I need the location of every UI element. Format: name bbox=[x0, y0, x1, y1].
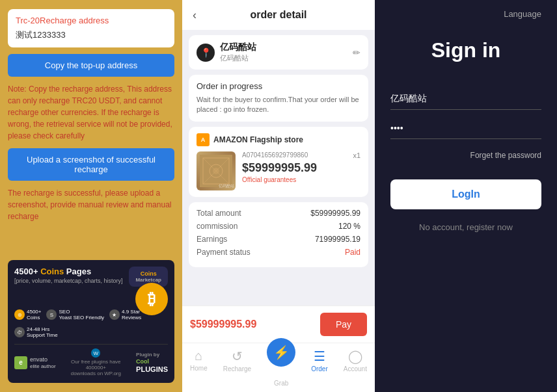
order-header: ‹ order detail bbox=[182, 0, 375, 30]
nav-recharge[interactable]: ↺ Recharge bbox=[223, 348, 251, 387]
wp-text: W Our free plugins have400000+downloads … bbox=[71, 348, 121, 376]
login-button[interactable]: LogIn bbox=[390, 179, 541, 209]
username-group bbox=[390, 88, 541, 110]
address-box: Trc-20Recharge address 测试1233333 bbox=[8, 9, 174, 47]
success-note: The recharge is successful, please uploa… bbox=[8, 187, 174, 222]
language-button[interactable]: Language bbox=[390, 0, 541, 19]
banner-subtitle: [price, volume, marketcap, charts, histo… bbox=[14, 278, 123, 284]
order-label: Order bbox=[311, 365, 328, 372]
product-card: A AMAZON Flagship store bbox=[189, 127, 368, 197]
register-link[interactable]: No account, register now bbox=[390, 222, 541, 232]
order-title: order detail bbox=[250, 9, 306, 21]
stat-coins: ⊛ 4500+Coins bbox=[14, 309, 41, 321]
summary-commission-row: commission 120 % bbox=[197, 222, 360, 231]
product-image: 亿码酷站 bbox=[197, 151, 236, 190]
order-icon: ☰ bbox=[314, 348, 325, 364]
footer-total: $59999995.99 bbox=[190, 319, 256, 330]
product-body: 亿码酷站 A07041656929799860 $59999995.99 Off… bbox=[197, 151, 360, 190]
order-footer: $59999995.99 Pay bbox=[182, 306, 375, 343]
copy-address-button[interactable]: Copy the top-up address bbox=[8, 54, 174, 77]
grab-icon: ⚡ bbox=[273, 345, 290, 360]
payment-value: Paid bbox=[345, 248, 360, 257]
summary-earnings-row: Earnings 71999995.19 bbox=[197, 235, 360, 244]
recharge-panel: Trc-20Recharge address 测试1233333 Copy th… bbox=[0, 0, 182, 392]
commission-value: 120 % bbox=[338, 222, 360, 231]
support-icon: ⏱ bbox=[14, 327, 25, 337]
pay-button[interactable]: Pay bbox=[320, 313, 367, 336]
nav-order[interactable]: ☰ Order bbox=[311, 348, 328, 387]
product-header: A AMAZON Flagship store bbox=[197, 133, 360, 146]
payment-label: Payment status bbox=[197, 248, 251, 257]
grab-button[interactable]: ⚡ bbox=[267, 338, 295, 367]
back-button[interactable]: ‹ bbox=[193, 8, 197, 22]
password-group bbox=[390, 118, 541, 139]
order-status-desc: Wait for the buyer to confirm.That your … bbox=[197, 95, 360, 115]
recharge-label: Recharge bbox=[223, 365, 251, 372]
star-icon: ★ bbox=[109, 309, 120, 320]
nav-grab[interactable]: ⚡ Grab bbox=[267, 348, 295, 387]
store-sub: 亿码酷站 bbox=[220, 53, 256, 63]
forget-password-link[interactable]: Forget the password bbox=[390, 151, 541, 160]
coins-icon: ⊛ bbox=[14, 309, 25, 320]
svg-point-5 bbox=[213, 168, 219, 174]
summary-total-row: Total amount $59999995.99 bbox=[197, 209, 360, 218]
username-input[interactable] bbox=[390, 88, 541, 110]
pin-icon: 📍 bbox=[197, 44, 215, 62]
banner-top: 4500+ Coins Pages [price, volume, market… bbox=[14, 267, 168, 284]
account-label: Account bbox=[344, 365, 367, 372]
account-icon: ◯ bbox=[348, 348, 362, 364]
summary-payment-row: Payment status Paid bbox=[197, 248, 360, 257]
banner-footer: e envatoelite author W Our free plugins … bbox=[14, 344, 168, 376]
product-qty: x1 bbox=[353, 151, 360, 159]
recharge-note: Note: Copy the recharge address, This ad… bbox=[8, 83, 174, 142]
banner-title: 4500+ Coins Pages bbox=[14, 267, 123, 276]
product-guarantee: Official guarantees bbox=[242, 176, 346, 183]
summary-card: Total amount $59999995.99 commission 120… bbox=[189, 202, 368, 267]
coolplugins-text: Plugin by Cool PLUGINS bbox=[136, 351, 168, 374]
earnings-value: 71999995.19 bbox=[315, 235, 360, 244]
signin-panel: Language Sign in Forget the password Log… bbox=[375, 0, 557, 392]
total-label: Total amount bbox=[197, 209, 241, 218]
stat-support: ⏱ 24-48 HrsSupport Time bbox=[14, 326, 58, 339]
store-name: 亿码酷站 bbox=[220, 42, 256, 53]
address-value: 测试1233333 bbox=[16, 29, 167, 41]
home-icon: ⌂ bbox=[195, 348, 202, 363]
store-name-area: 亿码酷站 亿码酷站 bbox=[220, 42, 256, 63]
amazon-store-name: AMAZON Flagship store bbox=[213, 135, 303, 144]
order-body: 📍 亿码酷站 亿码酷站 ✏ Order in progress Wait for… bbox=[182, 30, 375, 306]
nav-account[interactable]: ◯ Account bbox=[344, 348, 367, 387]
stat-seo-label: SEOYoast SEO Friendly bbox=[59, 309, 104, 321]
envato-text: envatoelite author bbox=[30, 356, 56, 369]
home-label: Home bbox=[190, 365, 208, 372]
edit-icon[interactable]: ✏ bbox=[353, 47, 360, 58]
envato-icon: e bbox=[14, 356, 27, 369]
banner-title-area: 4500+ Coins Pages [price, volume, market… bbox=[14, 267, 123, 284]
bottom-nav: ⌂ Home ↺ Recharge ⚡ Grab ☰ Order ◯ Accou… bbox=[182, 343, 375, 392]
order-status-text: Order in progress bbox=[197, 81, 360, 91]
coins-banner: 4500+ Coins Pages [price, volume, market… bbox=[8, 260, 174, 383]
bitcoin-circle: ₿ bbox=[135, 283, 168, 315]
coolplugins-logo: Plugin by Cool PLUGINS bbox=[136, 351, 168, 374]
store-info: 📍 亿码酷站 亿码酷站 bbox=[197, 42, 256, 63]
product-id: A07041656929799860 bbox=[242, 151, 346, 159]
recharge-icon: ↺ bbox=[232, 348, 243, 364]
password-input[interactable] bbox=[390, 118, 541, 139]
stat-coins-label: 4500+Coins bbox=[27, 309, 41, 321]
upload-screenshot-button[interactable]: Upload a screenshot of successful rechar… bbox=[8, 148, 174, 181]
grab-label: Grab bbox=[274, 380, 288, 387]
wordpress-icon: W bbox=[91, 348, 100, 358]
status-card: Order in progress Wait for the buyer to … bbox=[189, 75, 368, 122]
stat-seo: S SEOYoast SEO Friendly bbox=[46, 309, 104, 321]
address-label: Trc-20Recharge address bbox=[16, 16, 167, 25]
stat-star-label: 4.9 StarReviews bbox=[122, 309, 141, 321]
total-value: $59999995.99 bbox=[310, 209, 360, 218]
amazon-icon: A bbox=[197, 133, 210, 146]
order-panel: ‹ order detail 📍 亿码酷站 亿码酷站 ✏ Order in pr… bbox=[182, 0, 375, 392]
commission-label: commission bbox=[197, 222, 238, 231]
envato-logo: e envatoelite author bbox=[14, 356, 56, 369]
product-price: $59999995.99 bbox=[242, 161, 346, 175]
nav-home[interactable]: ⌂ Home bbox=[190, 348, 208, 387]
seo-icon: S bbox=[46, 309, 57, 320]
stat-support-label: 24-48 HrsSupport Time bbox=[27, 326, 58, 339]
signin-title: Sign in bbox=[390, 38, 541, 62]
